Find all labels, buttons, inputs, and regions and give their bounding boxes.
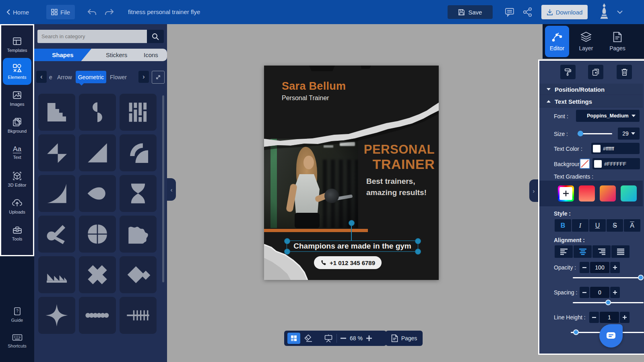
section-position-rotation[interactable]: Position/Rotation: [539, 84, 643, 95]
flyer-accent-bar[interactable]: [264, 229, 368, 232]
spacing-plus-button[interactable]: [610, 287, 620, 298]
format-painter-button[interactable]: [560, 65, 576, 79]
tab-editor[interactable]: Editor: [545, 26, 569, 57]
shape-sawtooth-thumb[interactable]: [38, 256, 75, 293]
account-menu-button[interactable]: [617, 0, 623, 24]
tab-shapes[interactable]: Shapes: [34, 49, 91, 61]
search-input[interactable]: [37, 30, 147, 43]
shape-s-curve-thumb[interactable]: [79, 94, 116, 131]
shape-teardrop-thumb[interactable]: [79, 175, 116, 212]
selected-text[interactable]: Champions are made in the gym: [293, 242, 411, 251]
sidebar-item-background[interactable]: Bkground: [1, 112, 33, 139]
file-button[interactable]: File: [46, 5, 75, 19]
line-height-plus-button[interactable]: [620, 312, 630, 323]
grid-view-button[interactable]: [287, 333, 300, 344]
eraser-button[interactable]: [304, 334, 313, 342]
background-none-swatch[interactable]: [580, 158, 590, 169]
category-prev-button[interactable]: ‹: [36, 71, 47, 83]
sidebar-item-templates[interactable]: Templates: [1, 31, 33, 58]
font-select[interactable]: Poppins_Medium: [576, 110, 640, 122]
shape-hourglass-thumb[interactable]: [120, 175, 157, 212]
expand-panel-button[interactable]: [152, 71, 165, 84]
selected-text-box[interactable]: Champions are made in the gym: [287, 241, 418, 252]
shape-staircase-thumb[interactable]: [38, 94, 75, 131]
collapse-left-panel-button[interactable]: ‹: [167, 178, 176, 201]
sidebar-item-uploads[interactable]: Uploads: [1, 193, 33, 220]
gradient-swatch-2[interactable]: [600, 185, 616, 202]
spacing-slider[interactable]: [573, 302, 644, 303]
category-item-flower[interactable]: Flower: [110, 71, 127, 83]
save-button[interactable]: Save: [448, 5, 493, 19]
flyer-tagline-text[interactable]: Best trainers, amazing results!: [366, 176, 427, 198]
selection-handle-bottom-right[interactable]: [415, 249, 421, 255]
selection-handle-bottom-left[interactable]: [284, 249, 290, 255]
home-button[interactable]: Home: [6, 0, 29, 24]
shape-right-triangle-thumb[interactable]: [79, 134, 116, 171]
undo-button[interactable]: [87, 0, 97, 24]
size-select[interactable]: 29: [618, 128, 640, 140]
category-next-button[interactable]: ›: [138, 71, 149, 83]
panel-scrollbar[interactable]: [162, 95, 164, 282]
strikethrough-button[interactable]: S: [607, 219, 623, 232]
canvas-area[interactable]: Sara Bellum Personal Trainer PERSONAL TR…: [167, 24, 538, 362]
download-button[interactable]: Download: [541, 5, 588, 19]
line-height-slider-knob[interactable]: [573, 329, 579, 335]
shape-vertical-bars-thumb[interactable]: [120, 94, 157, 131]
sidebar-item-images[interactable]: Images: [1, 85, 33, 112]
sidebar-item-guide[interactable]: ? Guide: [0, 306, 34, 323]
opacity-slider-knob[interactable]: [638, 275, 644, 280]
share-button[interactable]: [522, 0, 533, 24]
chat-support-button[interactable]: [599, 324, 623, 348]
flyer-photo[interactable]: [264, 139, 358, 228]
align-center-button[interactable]: [574, 245, 592, 258]
align-right-button[interactable]: [592, 245, 611, 258]
flyer-name-text[interactable]: Sara Bellum: [282, 80, 346, 93]
shape-cross-ticks-thumb[interactable]: [120, 297, 157, 334]
selection-handle-top-right[interactable]: [415, 238, 421, 244]
background-color-picker[interactable]: #FFFFFF: [592, 158, 640, 169]
delete-button[interactable]: [617, 65, 632, 79]
collapse-right-panel-button[interactable]: ›: [529, 179, 538, 202]
text-color-picker[interactable]: #ffffff: [591, 143, 640, 154]
shape-pinwheel-thumb[interactable]: [79, 216, 116, 253]
size-slider[interactable]: [578, 133, 612, 134]
sidebar-item-tools[interactable]: Tools: [1, 220, 33, 247]
shape-circle-chevron-thumb[interactable]: [38, 216, 75, 253]
duplicate-button[interactable]: [588, 65, 603, 79]
tab-icons[interactable]: Icons: [144, 49, 158, 61]
category-item-arrow[interactable]: Arrow: [57, 71, 72, 83]
align-justify-button[interactable]: [611, 245, 630, 258]
overline-button[interactable]: A: [624, 219, 640, 232]
comments-button[interactable]: [504, 0, 515, 24]
italic-button[interactable]: I: [572, 219, 588, 232]
spacing-slider-knob[interactable]: [605, 300, 611, 305]
underline-button[interactable]: U: [589, 219, 606, 232]
tab-layer[interactable]: Layer: [572, 26, 601, 57]
pages-button[interactable]: Pages: [386, 331, 423, 346]
shape-double-diamond-thumb[interactable]: [120, 256, 157, 293]
flyer-role-text[interactable]: Personal Trainer: [282, 95, 329, 102]
zoom-out-button[interactable]: [341, 337, 346, 339]
category-item-partial[interactable]: e: [49, 71, 52, 83]
shape-cross-x-thumb[interactable]: [79, 256, 116, 293]
gradient-swatch-3[interactable]: [621, 185, 637, 202]
selection-rotate-handle[interactable]: [349, 220, 355, 226]
tab-pages[interactable]: Pages: [603, 26, 632, 57]
size-slider-knob[interactable]: [578, 131, 583, 136]
sidebar-item-3d-editor[interactable]: 3D Editor: [1, 166, 33, 193]
opacity-minus-button[interactable]: [580, 262, 589, 273]
user-avatar[interactable]: [599, 0, 610, 24]
gradient-add-button[interactable]: [558, 185, 574, 202]
document-title[interactable]: fitness personal trainer flyer: [128, 0, 200, 24]
opacity-slider[interactable]: [573, 277, 644, 278]
align-left-button[interactable]: [555, 245, 573, 258]
tab-stickers[interactable]: Stickers: [106, 49, 127, 61]
opacity-plus-button[interactable]: [610, 262, 620, 273]
bold-button[interactable]: B: [555, 219, 571, 232]
search-button[interactable]: [147, 30, 164, 43]
selection-handle-top-left[interactable]: [284, 238, 290, 244]
flyer-phone-button[interactable]: +1 012 345 6789: [314, 256, 382, 269]
shape-circle-chain-thumb[interactable]: [79, 297, 116, 334]
sidebar-item-elements[interactable]: Elements: [3, 58, 31, 85]
flyer-page[interactable]: Sara Bellum Personal Trainer PERSONAL TR…: [264, 66, 439, 280]
